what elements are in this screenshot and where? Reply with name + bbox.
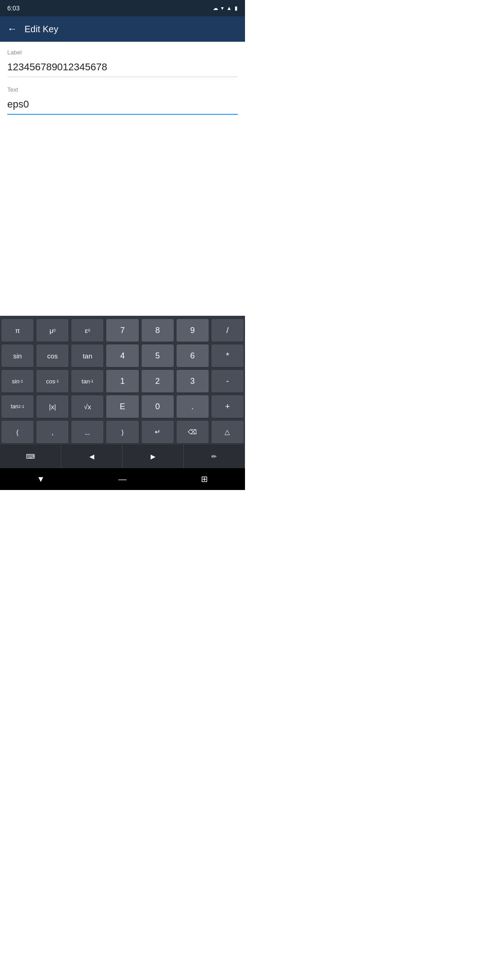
key-7[interactable]: 7: [106, 318, 139, 342]
key-backspace[interactable]: ⌫: [176, 420, 209, 444]
status-icons: ☁ ▾ ▲ ▮: [213, 5, 238, 11]
key-abs[interactable]: |x|: [36, 395, 69, 418]
key-3[interactable]: 3: [176, 369, 209, 393]
key-comma[interactable]: ,: [36, 420, 69, 444]
text-field-value[interactable]: eps0: [7, 95, 238, 115]
nav-home-indicator[interactable]: —: [112, 468, 133, 490]
text-field-label: Text: [7, 86, 238, 93]
key-arcsin[interactable]: sin-1: [1, 369, 34, 393]
key-6[interactable]: 6: [176, 344, 209, 368]
key-pi[interactable]: π: [1, 318, 34, 342]
cloud-icon: ☁: [213, 5, 218, 11]
keyboard-toggle-button[interactable]: ⌨: [0, 445, 61, 468]
keyboard-row-3: sin-1 cos-1 tan-1 1 2 3 -: [0, 368, 245, 394]
keyboard-row-1: π μ0 ε0 7 8 9 /: [0, 318, 245, 343]
key-eps0[interactable]: ε0: [71, 318, 104, 342]
key-arctan[interactable]: tan-1: [71, 369, 104, 393]
status-time: 6:03: [7, 5, 20, 12]
key-triangle[interactable]: △: [211, 420, 244, 444]
key-8[interactable]: 8: [141, 318, 174, 342]
key-minus[interactable]: -: [211, 369, 244, 393]
battery-icon: ▮: [235, 5, 238, 11]
status-bar: 6:03 ☁ ▾ ▲ ▮: [0, 0, 245, 16]
key-divide[interactable]: /: [211, 318, 244, 342]
key-mu0[interactable]: μ0: [36, 318, 69, 342]
keyboard-row-5: ( , ⎵ ) ↵ ⌫ △: [0, 419, 245, 445]
label-field-value[interactable]: 123456789012345678: [7, 58, 238, 77]
key-open-paren[interactable]: (: [1, 420, 34, 444]
back-button[interactable]: ←: [7, 23, 17, 35]
key-sqrt[interactable]: √x: [71, 395, 104, 418]
keyboard-row-2: sin cos tan 4 5 6 *: [0, 343, 245, 368]
key-close-paren[interactable]: ): [106, 420, 139, 444]
keyboard-row-4: tan2-1 |x| √x E 0 . +: [0, 394, 245, 419]
key-9[interactable]: 9: [176, 318, 209, 342]
page-title: Edit Key: [24, 24, 58, 34]
cursor-right-button[interactable]: ▶: [122, 445, 184, 468]
content-area: Label 123456789012345678 Text eps0: [0, 42, 245, 115]
key-sin[interactable]: sin: [1, 344, 34, 368]
nav-recents-button[interactable]: ⊞: [193, 468, 215, 490]
keyboard-nav-row: ⌨ ◀ ▶ ✏: [0, 445, 245, 468]
key-5[interactable]: 5: [141, 344, 174, 368]
cursor-left-button[interactable]: ◀: [61, 445, 122, 468]
key-4[interactable]: 4: [106, 344, 139, 368]
key-atan2[interactable]: tan2-1: [1, 395, 34, 418]
nav-down-button[interactable]: ▼: [30, 468, 52, 490]
key-dot[interactable]: .: [176, 395, 209, 418]
key-E[interactable]: E: [106, 395, 139, 418]
key-2[interactable]: 2: [141, 369, 174, 393]
key-tan[interactable]: tan: [71, 344, 104, 368]
wifi-icon: ▾: [221, 5, 224, 11]
label-field-label: Label: [7, 49, 238, 56]
signal-icon: ▲: [226, 5, 232, 11]
key-plus[interactable]: +: [211, 395, 244, 418]
key-enter[interactable]: ↵: [141, 420, 174, 444]
key-1[interactable]: 1: [106, 369, 139, 393]
key-0[interactable]: 0: [141, 395, 174, 418]
key-multiply[interactable]: *: [211, 344, 244, 368]
key-arccos[interactable]: cos-1: [36, 369, 69, 393]
key-space[interactable]: ⎵: [71, 420, 104, 444]
keyboard: π μ0 ε0 7 8 9 / sin cos tan 4 5 6 * sin-…: [0, 316, 245, 468]
key-cos[interactable]: cos: [36, 344, 69, 368]
app-bar: ← Edit Key: [0, 16, 245, 42]
pencil-button[interactable]: ✏: [184, 445, 245, 468]
system-nav-bar: ▼ — ⊞: [0, 468, 245, 490]
